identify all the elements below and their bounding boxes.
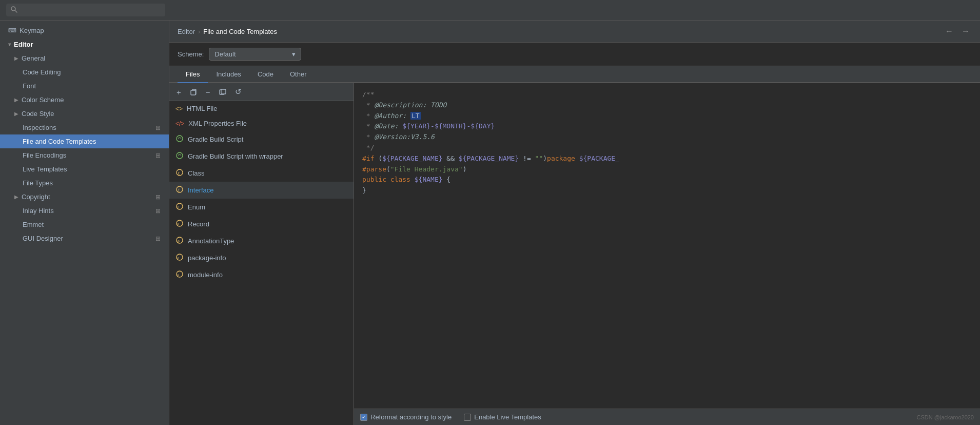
record-icon: R — [175, 219, 184, 229]
copy-template-button[interactable] — [187, 87, 200, 98]
module-info-icon: M — [175, 270, 184, 280]
file-code-templates-label: File and Code Templates — [23, 138, 96, 145]
live-templates-checkbox[interactable] — [464, 414, 471, 421]
file-types-label: File Types — [23, 179, 53, 187]
bottom-credit: CSDN @jackaroo2020 — [917, 414, 974, 420]
copyright-label: Copyright — [22, 193, 50, 201]
sidebar-item-code-style[interactable]: ▶ Code Style — [0, 107, 169, 121]
nav-forward-icon[interactable]: → — [959, 26, 972, 37]
live-templates-checkbox-item[interactable]: Enable Live Templates — [464, 413, 541, 421]
list-item[interactable]: P package-info — [169, 249, 354, 266]
svg-text:C: C — [178, 171, 180, 176]
file-item-name: Record — [188, 220, 209, 228]
reset-template-button[interactable]: ↺ — [233, 86, 244, 98]
code-line-10: } — [362, 185, 972, 196]
sidebar-item-live-templates[interactable]: Live Templates — [0, 162, 169, 176]
tab-files[interactable]: Files — [178, 66, 208, 83]
inlay-hints-badge-icon: ⊞ — [155, 207, 161, 215]
list-item[interactable]: Gradle Build Script with wrapper — [169, 148, 354, 165]
code-style-label: Code Style — [22, 110, 54, 118]
sidebar-item-inspections[interactable]: Inspections ⊞ — [0, 121, 169, 134]
scheme-value: Default — [214, 50, 236, 58]
list-item[interactable]: M module-info — [169, 266, 354, 283]
code-editor[interactable]: /** * @Description: TODO * @Author: LT *… — [354, 83, 980, 409]
list-item[interactable]: E Enum — [169, 199, 354, 216]
list-item[interactable]: Gradle Build Script — [169, 131, 354, 148]
list-item[interactable]: @ AnnotationType — [169, 233, 354, 249]
scheme-select[interactable]: Default ▾ — [209, 48, 301, 61]
search-box[interactable] — [6, 4, 165, 16]
editor-chevron-icon: ▾ — [8, 42, 11, 47]
svg-text:@: @ — [178, 239, 180, 243]
tab-other[interactable]: Other — [282, 66, 315, 83]
list-item[interactable]: <> HTML File — [169, 101, 354, 116]
reformat-checkbox-item[interactable]: ✓ Reformat according to style — [360, 413, 452, 421]
breadcrumb-separator-icon: › — [198, 28, 200, 35]
sidebar-item-keymap[interactable]: ⌨ Keymap — [0, 24, 169, 37]
file-item-name: Gradle Build Script — [188, 136, 243, 143]
keymap-icon: ⌨ — [8, 27, 16, 34]
file-item-name: AnnotationType — [188, 237, 234, 245]
annotation-type-icon: @ — [175, 236, 184, 246]
duplicate-template-button[interactable] — [217, 87, 229, 98]
scheme-label: Scheme: — [178, 50, 204, 58]
file-encodings-label: File Encodings — [23, 151, 66, 159]
sidebar-item-general[interactable]: ▶ General — [0, 51, 169, 65]
svg-line-1 — [15, 10, 17, 12]
remove-template-button[interactable]: − — [204, 87, 212, 98]
general-label: General — [22, 54, 45, 62]
top-bar — [0, 0, 980, 21]
file-list: <> HTML File </> XML Properties File Gra… — [169, 101, 354, 425]
file-list-panel: + − ↺ — [169, 83, 354, 425]
copyright-chevron-icon: ▶ — [14, 194, 18, 200]
svg-text:P: P — [178, 257, 179, 260]
nav-back-icon[interactable]: ← — [943, 26, 955, 37]
list-item[interactable]: R Record — [169, 216, 354, 233]
class-icon: C — [175, 168, 184, 178]
sidebar-item-inlay-hints[interactable]: Inlay Hints ⊞ — [0, 204, 169, 218]
sidebar-item-file-types[interactable]: File Types — [0, 176, 169, 190]
breadcrumb-bar: Editor › File and Code Templates ← → — [169, 21, 980, 43]
breadcrumb-current: File and Code Templates — [203, 28, 277, 35]
sidebar-item-copyright[interactable]: ▶ Copyright ⊞ — [0, 190, 169, 204]
reformat-checkbox[interactable]: ✓ — [360, 414, 367, 421]
list-item[interactable]: C Class — [169, 165, 354, 182]
file-encodings-badge-icon: ⊞ — [155, 152, 161, 159]
live-templates-label: Enable Live Templates — [474, 413, 541, 421]
file-item-name: package-info — [188, 254, 226, 262]
gui-designer-badge-icon: ⊞ — [155, 235, 161, 242]
enum-icon: E — [175, 202, 184, 212]
list-item[interactable]: I Interface — [169, 182, 354, 199]
svg-text:R: R — [178, 222, 180, 226]
sidebar-item-code-editing[interactable]: Code Editing — [0, 65, 169, 79]
sidebar-item-font[interactable]: Font — [0, 79, 169, 93]
sidebar-item-editor[interactable]: ▾ Editor — [0, 37, 169, 51]
scheme-row: Scheme: Default ▾ — [169, 43, 980, 66]
emmet-label: Emmet — [23, 221, 44, 228]
sidebar-item-file-code-templates[interactable]: File and Code Templates — [0, 134, 169, 148]
code-editor-panel: /** * @Description: TODO * @Author: LT *… — [354, 83, 980, 425]
html-file-icon: <> — [175, 105, 183, 112]
sidebar-item-color-scheme[interactable]: ▶ Color Scheme — [0, 93, 169, 107]
code-line-1: /** — [362, 89, 972, 100]
sidebar-item-emmet[interactable]: Emmet — [0, 218, 169, 231]
tab-code[interactable]: Code — [249, 66, 282, 83]
sidebar-item-gui-designer[interactable]: GUI Designer ⊞ — [0, 231, 169, 245]
code-line-4: * @Date: ${YEAR}-${MONTH}-${DAY} — [362, 121, 972, 132]
keymap-label: Keymap — [19, 27, 44, 34]
code-line-5: * @Version:V3.5.6 — [362, 132, 972, 143]
gui-designer-label: GUI Designer — [23, 235, 63, 242]
add-template-button[interactable]: + — [174, 87, 183, 98]
sidebar-item-file-encodings[interactable]: File Encodings ⊞ — [0, 148, 169, 162]
file-item-name: Class — [188, 169, 205, 177]
inspections-badge-icon: ⊞ — [155, 124, 161, 131]
inspections-label: Inspections — [23, 124, 56, 131]
code-line-3: * @Author: LT — [362, 111, 972, 122]
file-item-name: XML Properties File — [188, 120, 247, 127]
interface-icon: I — [175, 185, 184, 195]
search-input[interactable] — [21, 6, 154, 14]
list-item[interactable]: </> XML Properties File — [169, 116, 354, 131]
tab-includes[interactable]: Includes — [208, 66, 249, 83]
svg-text:E: E — [178, 205, 180, 209]
inlay-hints-label: Inlay Hints — [23, 207, 54, 215]
